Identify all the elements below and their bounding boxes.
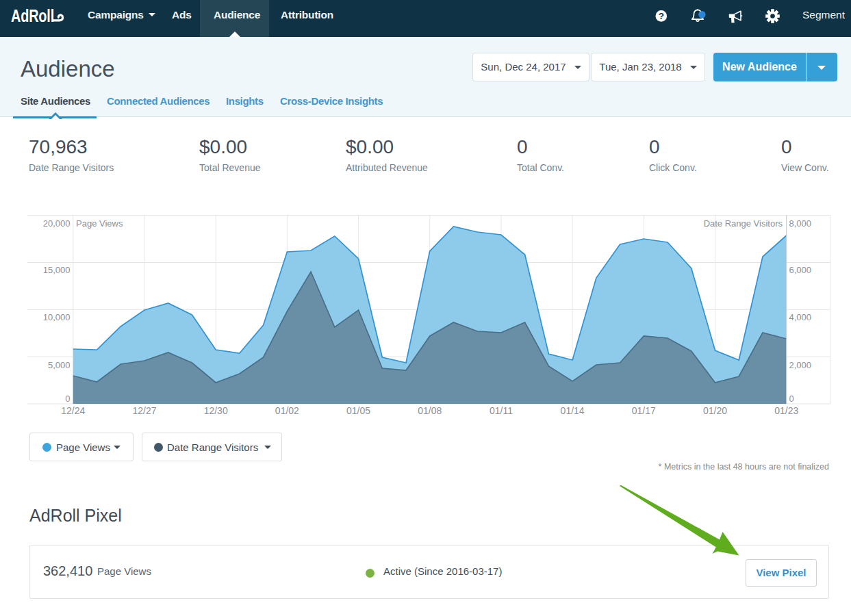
- svg-text:01/11: 01/11: [490, 405, 513, 416]
- svg-text:0: 0: [65, 394, 70, 404]
- svg-text:8,000: 8,000: [789, 218, 812, 229]
- svg-text:10,000: 10,000: [43, 312, 71, 322]
- svg-text:12/24: 12/24: [61, 405, 85, 416]
- svg-text:2,000: 2,000: [789, 360, 812, 370]
- svg-text:5,000: 5,000: [48, 360, 71, 370]
- svg-text:01/23: 01/23: [774, 405, 798, 416]
- svg-text:12/30: 12/30: [204, 405, 228, 416]
- svg-text:20,000: 20,000: [43, 218, 71, 229]
- svg-text:Page Views: Page Views: [76, 218, 123, 229]
- svg-text:01/17: 01/17: [632, 405, 656, 416]
- svg-text:01/05: 01/05: [346, 405, 370, 416]
- svg-text:0: 0: [789, 394, 794, 404]
- svg-text:15,000: 15,000: [43, 265, 71, 275]
- svg-text:Date Range Visitors: Date Range Visitors: [704, 218, 783, 229]
- svg-text:6,000: 6,000: [789, 265, 812, 275]
- svg-text:12/27: 12/27: [132, 405, 156, 416]
- svg-text:01/08: 01/08: [418, 405, 442, 416]
- svg-text:01/14: 01/14: [561, 405, 585, 416]
- svg-text:01/20: 01/20: [703, 405, 727, 416]
- svg-text:01/02: 01/02: [275, 405, 299, 416]
- svg-text:4,000: 4,000: [789, 312, 812, 322]
